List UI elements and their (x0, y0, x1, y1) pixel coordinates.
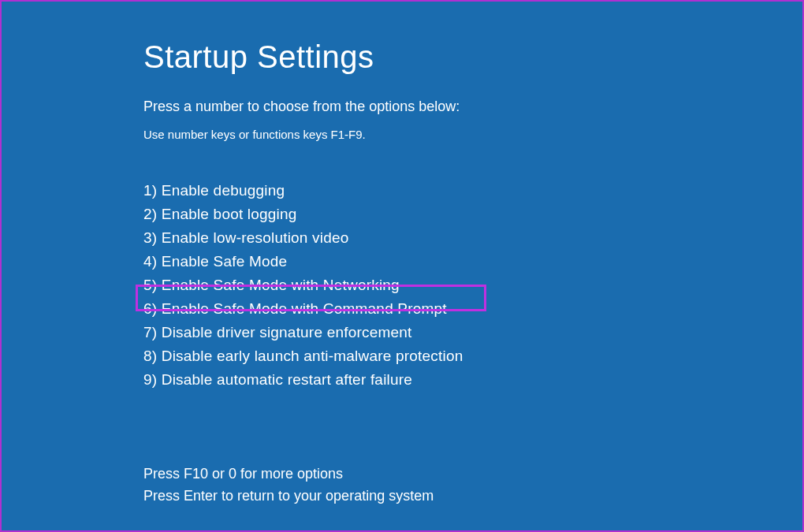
page-subtitle: Press a number to choose from the option… (143, 99, 802, 115)
keyboard-hint: Use number keys or functions keys F1-F9. (143, 128, 802, 141)
footer-instructions: Press F10 or 0 for more options Press En… (143, 463, 802, 507)
option-6-safe-mode-cmd[interactable]: 6) Enable Safe Mode with Command Prompt (143, 297, 802, 321)
footer-return: Press Enter to return to your operating … (143, 485, 802, 507)
option-7-disable-driver-sig[interactable]: 7) Disable driver signature enforcement (143, 321, 802, 344)
option-2-boot-logging[interactable]: 2) Enable boot logging (143, 203, 802, 226)
option-1-debugging[interactable]: 1) Enable debugging (143, 179, 802, 203)
startup-options-list: 1) Enable debugging 2) Enable boot loggi… (143, 179, 802, 392)
page-title: Startup Settings (143, 39, 802, 75)
footer-more-options: Press F10 or 0 for more options (143, 463, 802, 485)
option-8-disable-antimalware[interactable]: 8) Disable early launch anti-malware pro… (143, 344, 802, 368)
option-9-disable-auto-restart[interactable]: 9) Disable automatic restart after failu… (143, 368, 802, 392)
option-3-low-res-video[interactable]: 3) Enable low-resolution video (143, 226, 802, 250)
option-4-safe-mode[interactable]: 4) Enable Safe Mode (143, 250, 802, 273)
option-5-safe-mode-networking[interactable]: 5) Enable Safe Mode with Networking (143, 273, 802, 297)
